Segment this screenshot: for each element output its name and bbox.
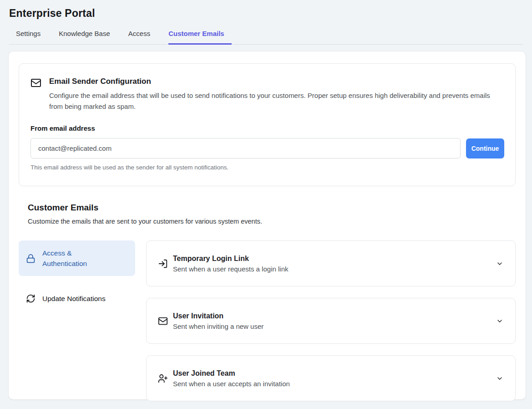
page-header: Enterprise Portal (0, 0, 532, 20)
email-sender-config-title: Email Sender Configuration (49, 77, 495, 86)
user-plus-icon (158, 373, 168, 383)
category-label: Access & Authentication (42, 248, 111, 269)
tab-access[interactable]: Access (128, 30, 150, 45)
from-email-helper-text: This email address will be used as the s… (30, 164, 504, 171)
tab-settings[interactable]: Settings (16, 30, 41, 45)
from-email-label: From email address (30, 124, 504, 132)
from-email-input[interactable] (30, 138, 461, 158)
category-label: Update Notifications (42, 293, 106, 304)
continue-button[interactable]: Continue (466, 138, 504, 158)
chevron-down-icon[interactable] (496, 317, 503, 325)
email-sender-config-description: Configure the email address that will be… (49, 90, 495, 112)
category-item-update-notifications[interactable]: Update Notifications (19, 287, 135, 310)
email-template-list: Temporary Login Link Sent when a user re… (146, 240, 516, 401)
email-card-subtitle: Sent when a user accepts an invitation (173, 380, 290, 388)
chevron-down-icon[interactable] (496, 260, 503, 267)
email-card-subtitle: Sent when a user requests a login link (173, 265, 288, 273)
email-card-user-invitation[interactable]: User Invitation Sent when inviting a new… (146, 298, 516, 344)
email-card-title: User Joined Team (173, 369, 290, 378)
email-card-user-joined-team[interactable]: User Joined Team Sent when a user accept… (146, 355, 516, 401)
tab-customer-emails[interactable]: Customer Emails (168, 30, 232, 45)
mail-icon (158, 316, 168, 326)
chevron-down-icon[interactable] (496, 375, 503, 382)
customer-emails-title: Customer Emails (28, 203, 516, 213)
customer-emails-subtitle: Customize the emails that are sent to yo… (28, 218, 516, 225)
tab-knowledge-base[interactable]: Knowledge Base (59, 30, 110, 45)
email-card-temporary-login-link[interactable]: Temporary Login Link Sent when a user re… (146, 240, 516, 286)
email-card-subtitle: Sent when inviting a new user (173, 322, 263, 330)
main-panel: Email Sender Configuration Configure the… (9, 51, 526, 399)
mail-icon (30, 77, 41, 112)
tab-bar: Settings Knowledge Base Access Customer … (9, 30, 523, 45)
email-category-nav: Access & Authentication Update Notificat… (19, 240, 135, 401)
email-sender-config-card: Email Sender Configuration Configure the… (19, 63, 516, 186)
page-title: Enterprise Portal (9, 7, 532, 20)
email-card-title: User Invitation (173, 312, 263, 320)
lock-icon (26, 254, 35, 263)
refresh-icon (26, 294, 35, 303)
email-card-title: Temporary Login Link (173, 255, 288, 263)
category-item-access-authentication[interactable]: Access & Authentication (19, 240, 135, 276)
login-icon (158, 259, 168, 269)
